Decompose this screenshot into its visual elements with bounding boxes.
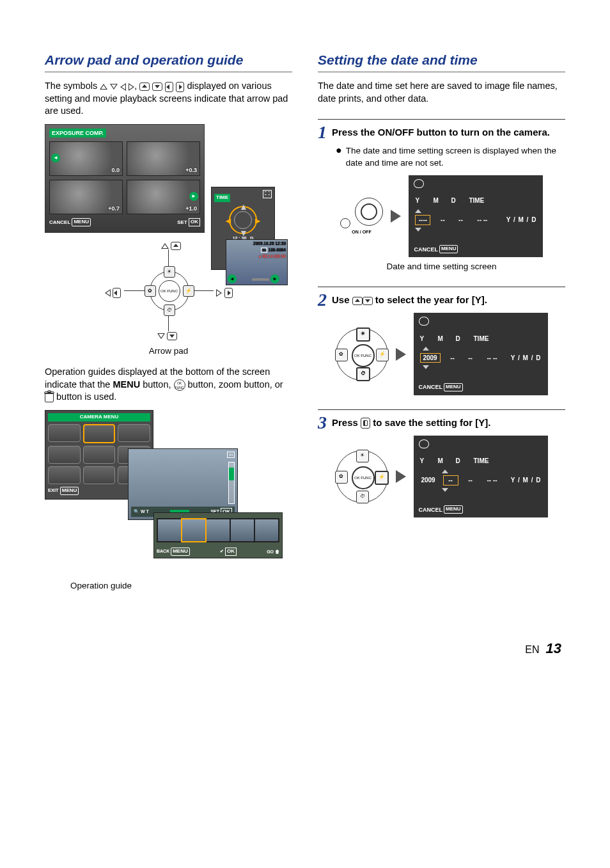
step-number: 1 xyxy=(318,123,327,141)
day-field: -- xyxy=(465,476,476,485)
strip-thumb-selected xyxy=(182,519,205,541)
menu-icon: MENU xyxy=(444,383,463,391)
datetime-screen-initial: Y M D TIME ---- -- -- -- -- Y / M / D C xyxy=(409,175,543,257)
playback-info-screen: 2009.10.26 12:30 IN 100-0004 ● 00:14 /00… xyxy=(226,239,288,285)
menu-cell xyxy=(83,446,116,464)
in-badge: IN xyxy=(227,452,235,458)
scroll-track xyxy=(228,462,235,504)
exposure-cell: ◄ 0.0 xyxy=(49,141,123,176)
step-3-text: Press to save the setting for [Y]. xyxy=(332,414,490,429)
boxed-right-icon xyxy=(224,288,233,298)
col-m: M xyxy=(438,335,450,343)
scroll-thumb xyxy=(229,468,234,480)
onoff-label: ON/OFF xyxy=(378,127,414,138)
nav-up-icon: ▲ xyxy=(239,201,248,213)
mini-arrow-pad: OK FUNC ☀ ⏱ ✿ ⚡ xyxy=(336,450,388,503)
pad-center-button: OK FUNC xyxy=(159,280,180,302)
left-intro: The symbols , displayed on various setti… xyxy=(45,80,292,118)
mode-dial-icon xyxy=(355,198,383,226)
arrow-right-icon xyxy=(391,210,401,223)
pad-up-button: ☀ xyxy=(356,327,370,342)
footer-lang: EN xyxy=(525,643,539,657)
month-field: -- xyxy=(437,216,448,225)
boxed-up-icon xyxy=(352,297,363,305)
left-section-title: Arrow pad and operation guide xyxy=(45,51,292,72)
col-time: TIME xyxy=(474,335,489,343)
year-field: 2009 xyxy=(420,353,441,363)
date-format: Y / M / D xyxy=(506,216,537,225)
power-button-icon xyxy=(340,218,350,228)
trash-icon xyxy=(45,393,54,402)
month-field: -- xyxy=(447,354,458,363)
arrow-pad-caption: Arrow pad xyxy=(45,345,292,357)
pad-left-button: ✿ xyxy=(335,349,348,361)
playback-thumb-screen: IN 🔍 W T SET OK xyxy=(128,448,238,520)
col-m: M xyxy=(433,196,444,205)
month-field: -- xyxy=(443,475,458,485)
datetime-screen-month-select: Y M D TIME 2009 -- -- -- -- Y / M / D C xyxy=(414,436,548,517)
ok-icon: OK xyxy=(225,548,237,556)
footer-page-number: 13 xyxy=(546,639,561,658)
ok-func-icon: OKFUNC xyxy=(174,379,185,391)
arrow-pad-diagram: OK FUNC ☀ ⏱ ✿ ⚡ xyxy=(105,239,233,342)
menu-word: MENU xyxy=(113,379,140,390)
nav-left-icon: ◄ xyxy=(224,215,233,227)
screen-1-caption: Date and time setting screen xyxy=(318,261,565,272)
step-2-text: Use to select the year for [Y]. xyxy=(332,291,487,306)
step-1-text: Press the ON/OFF button to turn on the c… xyxy=(332,123,550,139)
strip-back: BACK MENU xyxy=(157,548,190,556)
date-format: Y / M / D xyxy=(511,476,542,485)
pad-right-button: ⚡ xyxy=(375,471,389,485)
strip-thumb xyxy=(231,519,254,541)
menu-icon: MENU xyxy=(60,487,79,495)
triangle-left-icon xyxy=(120,83,126,91)
time-field: -- -- xyxy=(473,216,492,225)
pad-right-button: ⚡ xyxy=(376,349,389,361)
strip-thumb xyxy=(255,519,278,541)
date-format: Y / M / D xyxy=(511,354,542,363)
pad-center-button: OK FUNC xyxy=(352,466,375,489)
boxed-left-icon xyxy=(113,288,121,298)
pad-left-button: ✿ xyxy=(335,471,348,484)
exposure-cell: ► +1.0 xyxy=(127,180,200,214)
clock-icon xyxy=(414,179,424,188)
nav-down-icon xyxy=(442,488,448,492)
progress-bar xyxy=(252,278,269,281)
menu-icon: MENU xyxy=(171,548,190,556)
ok-icon: OK xyxy=(189,218,200,226)
pad-center-button: OK FUNC xyxy=(352,344,375,367)
clock-icon xyxy=(419,317,429,326)
pad-down-button: ⏱ xyxy=(356,367,370,381)
boxed-up-icon xyxy=(171,242,181,250)
col-d: D xyxy=(451,196,462,205)
step-1-note: ● The date and time setting screen is di… xyxy=(336,145,565,168)
exposure-title: EXPOSURE COMP. xyxy=(49,129,106,138)
datetime-screen-year-select: Y M D TIME 2009 -- -- -- -- Y / M / D C xyxy=(414,313,548,395)
step-number: 2 xyxy=(318,291,327,309)
step-1-visual: ON / OFF Y M D TIME ---- -- -- xyxy=(318,175,565,257)
menu-cell xyxy=(83,466,116,484)
col-y: Y xyxy=(420,457,432,466)
boxed-up-icon xyxy=(139,83,150,91)
clock-icon xyxy=(419,439,429,448)
strip-ok: ✔ OK xyxy=(220,548,237,556)
exposure-cell: +0.7 xyxy=(49,180,123,214)
pad-up-button: ☀ xyxy=(164,266,175,278)
triangle-up-icon xyxy=(100,84,107,90)
page-footer: EN 13 xyxy=(45,639,565,658)
zoom-wt: 🔍 W T xyxy=(134,509,149,514)
step-1: 1 Press the ON/OFF button to turn on the… xyxy=(318,119,565,141)
nav-down-icon xyxy=(415,228,421,232)
triangle-up-icon xyxy=(161,243,169,249)
exposure-set: SET OK xyxy=(177,218,200,226)
step-number: 3 xyxy=(318,414,327,432)
step-2-visual: OK FUNC ☀ ⏱ ✿ ⚡ Y M D TIME xyxy=(318,313,565,395)
pad-left-button: ✿ xyxy=(145,285,156,297)
menu-cell xyxy=(48,424,81,442)
boxed-left-icon xyxy=(165,82,173,92)
boxed-down-icon xyxy=(152,83,162,91)
col-d: D xyxy=(456,457,467,466)
triangle-right-icon xyxy=(129,83,134,91)
strip-go: GO 🗑 xyxy=(267,549,279,555)
day-field: -- xyxy=(465,354,476,363)
